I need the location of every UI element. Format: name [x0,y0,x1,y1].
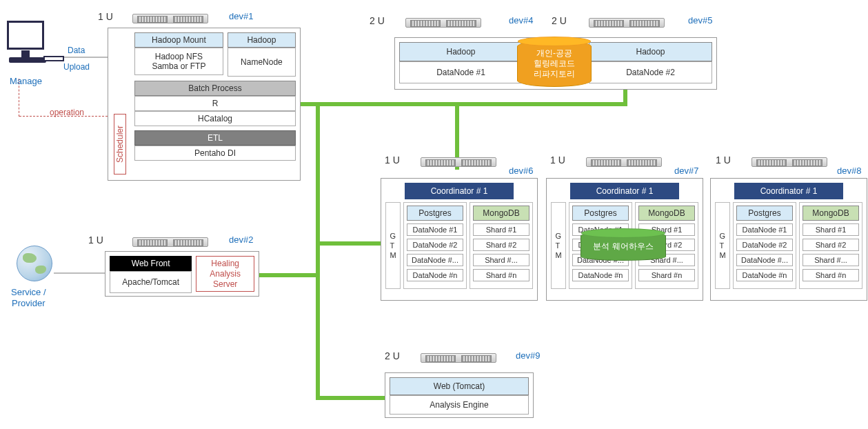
dev1-size: 1 U [98,11,113,22]
orange-cylinder: 개인-공공 힐링레코드 리파지토리 [517,40,592,87]
dev2-box: Web Front Apache/Tomcat Healing Analysis… [105,251,259,297]
operation-lbl: operation [50,108,84,117]
svc-label: Service / Provider [11,287,46,309]
mongo-hdr: MongoDB [638,206,695,221]
globe-icon [17,246,52,281]
dev1-dev: dev#1 [229,11,253,21]
sh3: Shard #n [638,269,695,281]
dev4-dev: dev#4 [509,15,533,26]
sh0: Shard #1 [803,223,859,236]
dev1-rack-icon [132,14,208,26]
net-h-dev2 [257,273,319,277]
dev4-size: 2 U [370,15,385,26]
dev2-dev: dev#2 [229,235,253,245]
dev7-dev: dev#7 [674,166,698,176]
dev4-hadoop: Hadoop [399,42,523,61]
dev5-dn: DataNode #2 [589,61,712,83]
dev9-web: Web (Tomcat) [390,377,529,395]
dev9-box: Web (Tomcat) Analysis Engine [385,372,534,418]
coord-title: Coordinator # 1 [405,183,514,199]
dev5-dev: dev#5 [688,15,712,26]
pentaho-cell: Pentaho DI [134,146,296,161]
net-h-dev9 [316,396,387,400]
net-v-main [316,102,320,400]
dn0: DataNode #1 [407,223,463,236]
sh1: Shard #2 [803,239,859,251]
dev8-box: Coordinator # 1 G T M Postgres DataNode … [710,178,867,301]
dev7-rack-icon [586,157,662,169]
r-cell: R [134,96,296,111]
dev5-rack-icon [589,18,665,30]
manage-label: Manage [10,76,42,87]
dev9-rack-icon [421,353,496,365]
dev7-size: 1 U [550,154,565,166]
dev5-size: 2 U [552,15,567,26]
dn3: DataNode #n [407,269,463,281]
net-v-dev45-stub [455,102,459,143]
sh3: Shard #n [473,269,529,281]
pg-hdr: Postgres [736,206,793,221]
coord-title: Coordinator # 1 [570,183,679,199]
net-h-dev6 [316,241,387,246]
etl-hdr: ETL [134,130,296,146]
sh2: Shard #... [473,254,529,266]
green-cylinder: 분석 웨어하우스 [581,232,666,261]
dev6-box: Coordinator # 1 G T M Postgres DataNode … [381,178,538,301]
dev4-dn: DataNode #1 [399,61,523,83]
hcatalog-cell: HCatalog [134,111,296,126]
sh2: Shard #... [803,254,859,266]
gtm: G T M [715,202,730,289]
dev2-rack-icon [132,237,208,249]
apache-cell: Apache/Tomcat [110,271,192,293]
batch-hdr: Batch Process [134,81,296,96]
hadoop-mount-hdr: Hadoop Mount [134,32,223,48]
dev4-rack-icon [405,18,481,30]
namenode-cell: NameNode [228,48,296,77]
net-h-top [296,102,627,106]
data-lbl: Data [68,46,85,55]
dn3: DataNode #n [736,269,793,281]
gtm: G T M [551,202,566,289]
webfront-hdr: Web Front [110,256,192,271]
sh1: Shard #2 [473,239,529,251]
upload-lbl: Upload [63,62,90,72]
line-svc-dev2 [54,272,108,274]
dev6-dev: dev#6 [509,166,533,176]
sh0: Shard #1 [473,223,529,236]
healing-box: Healing Analysis Server [196,256,254,292]
dev2-size: 1 U [88,235,103,246]
dev8-size: 1 U [716,154,731,166]
dev1-box: Scheduler Hadoop Mount Hadoop NFS Samba … [108,28,301,181]
coord-title: Coordinator # 1 [734,183,843,199]
hadoop-nfs-cell: Hadoop NFS Samba or FTP [134,48,223,75]
hadoop-hdr: Hadoop [228,32,296,48]
dn2: DataNode #... [407,254,463,266]
scheduler-box: Scheduler [114,114,126,174]
dn1: DataNode #2 [407,239,463,251]
monitor-icon [7,21,44,50]
dev9-size: 2 U [385,350,400,361]
dev5-hadoop: Hadoop [589,42,712,61]
sh3: Shard #n [803,269,859,281]
pg-hdr: Postgres [572,206,629,221]
dev8-rack-icon [751,157,827,169]
dn2: DataNode #... [736,254,793,266]
dev9-engine: Analysis Engine [390,395,529,415]
dn1: DataNode #2 [736,239,793,251]
gtm: G T M [385,202,401,289]
dev6-size: 1 U [385,154,400,166]
dev6-rack-icon [421,157,496,169]
dn0: DataNode #1 [736,223,793,236]
dev9-dev: dev#9 [516,350,540,361]
mongo-hdr: MongoDB [803,206,859,221]
mongo-hdr: MongoDB [473,206,529,221]
pg-hdr: Postgres [407,206,463,221]
dev8-dev: dev#8 [837,166,861,176]
dn3: DataNode #n [572,269,629,281]
